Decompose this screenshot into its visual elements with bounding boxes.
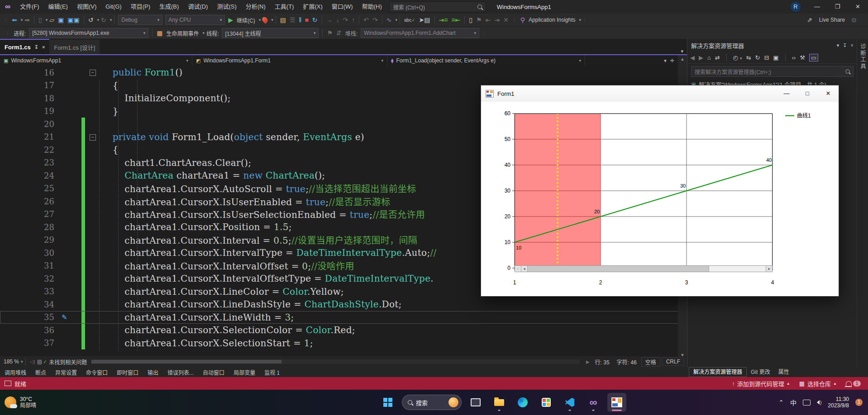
zoom-caret-icon[interactable]: ▾	[21, 359, 23, 364]
member-dropdown[interactable]: ⧫ Form1_Load(object sender, EventArgs e)…	[387, 55, 585, 66]
platform-dropdown[interactable]: Any CPU▾	[165, 15, 225, 25]
char-indicator[interactable]: 字符: 46	[617, 358, 637, 366]
window-caret-icon[interactable]: ▾	[664, 58, 667, 64]
close-tab-icon[interactable]: ×	[42, 44, 45, 50]
break-all-list-icon[interactable]: ☰	[288, 16, 297, 24]
restart-icon[interactable]: ↻	[310, 16, 320, 24]
debugbar-grip-2[interactable]: ⋮	[482, 31, 487, 35]
panel-tab-1[interactable]: Git 更改	[747, 368, 774, 377]
panel-tab-2[interactable]: 属性	[774, 368, 793, 377]
editor-horizontal-scrollbar[interactable]	[91, 359, 580, 364]
project-dropdown[interactable]: ▣ WindowsFormsApp1▾	[0, 55, 192, 66]
sync-active-doc-icon[interactable]: ⇄	[715, 55, 720, 61]
menu-item-12[interactable]: 帮助(H)	[358, 0, 386, 14]
live-share-button[interactable]: Live Share	[819, 17, 845, 23]
select-repository-button[interactable]: ▦ 选择仓库 ▲	[799, 379, 837, 388]
save-all-icon[interactable]: ▣▣	[66, 16, 81, 24]
toolbar-grip-3[interactable]: ⋮	[583, 18, 587, 22]
restore-button[interactable]: ❐	[827, 0, 848, 14]
ime-indicator[interactable]: 中	[790, 398, 796, 407]
collapse-all-icon[interactable]: ⊟	[764, 55, 769, 61]
panel-tab-0[interactable]: 解决方案资源管理器	[689, 367, 747, 377]
menu-item-3[interactable]: Git(G)	[101, 0, 126, 14]
lifecycle-caret-icon[interactable]: ▾	[203, 31, 205, 35]
toolbar-grip[interactable]: ⋮	[4, 18, 8, 22]
clock[interactable]: 11:30 2023/9/8	[828, 396, 849, 409]
bookmark-icon[interactable]: ⚑	[474, 16, 484, 24]
panel-caret-icon[interactable]: ▾	[837, 42, 839, 48]
store-button[interactable]	[537, 393, 556, 412]
code-line-34[interactable]: 34 chartArea1.CursorX.LineDashStyle = Ch…	[0, 298, 687, 311]
continue-button[interactable]: 继续(C)	[237, 16, 255, 24]
health-status[interactable]: 未找到相关问题	[49, 358, 87, 366]
next-bookmark-icon[interactable]: ⇥	[492, 16, 501, 24]
quick-search-input[interactable]: 搜索 (Ctrl+Q)	[389, 1, 486, 12]
show-all-files-icon[interactable]: ▣	[773, 55, 778, 61]
box-select-icon[interactable]: ▯	[467, 16, 474, 24]
redo-nav-icon[interactable]: ↷	[371, 16, 380, 24]
performance-caret-icon[interactable]: ▾	[396, 18, 398, 22]
step-over-icon[interactable]: ↷	[341, 16, 350, 24]
network-icon[interactable]	[803, 400, 811, 406]
panel-pin-icon[interactable]: ↧	[843, 42, 847, 48]
save-icon[interactable]: ▣	[56, 16, 66, 24]
chart-scroll-right-icon[interactable]: ▸	[766, 266, 772, 272]
menu-item-7[interactable]: 测试(S)	[212, 0, 241, 14]
hot-reload-caret-icon[interactable]: ▾	[271, 18, 273, 22]
redo-caret-icon[interactable]: ▾	[110, 18, 112, 22]
tab-form1-cs[interactable]: Form1.cs ↧ ×	[0, 39, 49, 54]
split-window-icon[interactable]: ✛	[670, 58, 674, 64]
application-insights-caret-icon[interactable]: ▾	[579, 18, 582, 22]
process-dropdown[interactable]: [5280] WindowsFormsApp1.exe▾	[29, 28, 148, 38]
hot-reload-icon[interactable]	[261, 16, 269, 24]
tool-tab-0[interactable]: 调用堆栈	[0, 368, 31, 376]
continue-play-icon[interactable]: ▶	[226, 16, 235, 24]
hscroll-thumb[interactable]	[91, 360, 281, 363]
taskbar-search[interactable]: 搜索	[402, 395, 462, 410]
home-icon[interactable]: ⌂	[707, 55, 711, 61]
account-avatar[interactable]: R	[791, 2, 801, 12]
thread-list-icon[interactable]: ⇵	[334, 29, 343, 37]
type-dropdown[interactable]: ◩ WindowsFormsApp1.Form1▾	[192, 55, 387, 66]
chart-zoom-reset-button[interactable]: ▫	[515, 266, 521, 272]
properties-wrench-icon[interactable]: ⚒	[800, 55, 805, 61]
pin-icon[interactable]: ↧	[34, 44, 38, 50]
application-insights-button[interactable]: Application Insights	[529, 17, 575, 23]
scroll-up-icon[interactable]: ▲	[678, 57, 687, 61]
edge-button[interactable]	[513, 393, 532, 412]
application-insights-icon[interactable]: ⚲	[519, 16, 527, 24]
tab-list-caret-icon[interactable]: ▾	[681, 48, 683, 54]
winforms-app-button[interactable]	[607, 393, 626, 412]
show-next-statement-icon[interactable]: →	[324, 16, 334, 24]
sol-forward-icon[interactable]: ▶	[699, 55, 703, 61]
notification-count-badge[interactable]: 1	[855, 399, 863, 406]
refresh-icon[interactable]: ↻	[755, 55, 760, 61]
menu-item-4[interactable]: 项目(P)	[126, 0, 155, 14]
file-explorer-button[interactable]	[490, 393, 509, 412]
navigate-back-icon[interactable]: ⬅	[10, 16, 19, 24]
navigate-forward-icon[interactable]: ➡	[23, 16, 32, 24]
chart-scroll-thumb[interactable]	[528, 266, 709, 272]
clear-bookmarks-icon[interactable]: ✕	[501, 16, 510, 24]
tray-chevron-icon[interactable]: ⌃	[778, 399, 784, 406]
chart-plot[interactable]: 0102030405060123410203040曲线1	[481, 102, 838, 289]
fold-collapse-icon[interactable]: −	[90, 134, 96, 141]
panel-close-icon[interactable]: ×	[851, 42, 854, 48]
break-all-icon[interactable]: ‖	[297, 16, 303, 24]
debugbar-grip[interactable]: ⋮	[5, 31, 10, 35]
step-out-icon[interactable]: ↑	[350, 16, 357, 24]
menu-item-0[interactable]: 文件(F)	[15, 0, 44, 14]
stop-debug-icon[interactable]: ■	[303, 16, 310, 24]
step-into-icon[interactable]: ↓	[334, 16, 341, 24]
tool-tab-6[interactable]: 错误列表...	[163, 368, 198, 376]
menu-item-2[interactable]: 视图(V)	[72, 0, 101, 14]
visual-studio-button[interactable]: ∞	[584, 393, 603, 412]
tool-tab-7[interactable]: 自动窗口	[198, 368, 229, 376]
tab-diagnostic-tools[interactable]: 诊断工具	[858, 43, 867, 70]
menu-item-6[interactable]: 调试(D)	[183, 0, 212, 14]
prev-bookmark-icon[interactable]: ⇤	[484, 16, 493, 24]
tool-tab-2[interactable]: 异常设置	[51, 368, 81, 376]
stack-frame-dropdown[interactable]: WindowsFormsApp1.Form1.AddChart▾	[361, 28, 479, 38]
undo-icon[interactable]: ↺	[86, 16, 95, 24]
toolbar-grip-2[interactable]: ⋮	[512, 18, 517, 22]
